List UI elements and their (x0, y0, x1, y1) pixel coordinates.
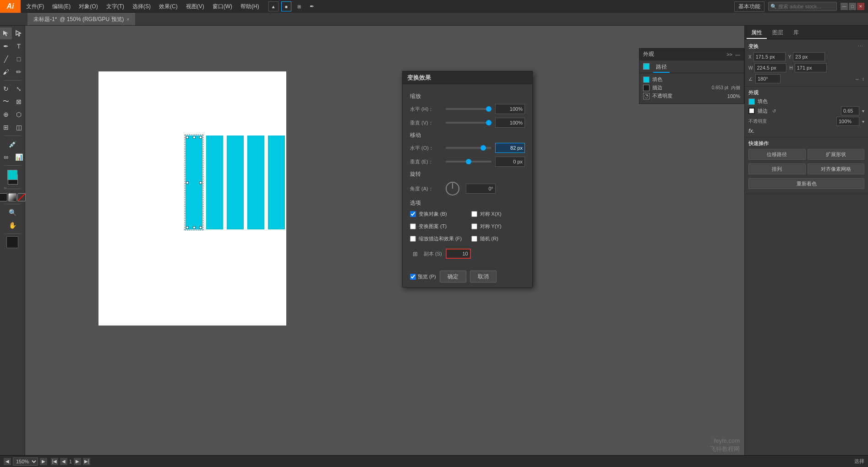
cb-random[interactable]: 随机 (R) (471, 235, 525, 242)
toolbar-icon-2[interactable]: ■ (281, 1, 291, 11)
cb-transform-pattern[interactable]: 变换图案 (T) (410, 223, 464, 230)
tab-libraries[interactable]: 库 (789, 27, 803, 39)
prop-opacity-input[interactable] (836, 117, 859, 126)
document-tab[interactable]: 未标题-1* @ 150% (RGB/GPU 预览) × (27, 13, 135, 25)
cb-sym-y[interactable]: 对称 Y(Y) (471, 223, 525, 230)
zoom-in-btn[interactable]: ▶ (40, 458, 47, 465)
move-h-thumb[interactable] (480, 145, 486, 151)
prop-fill-swatch[interactable] (748, 98, 755, 105)
w-input[interactable] (754, 63, 786, 72)
menu-select[interactable]: 选择(S) (129, 0, 154, 13)
arrange-btn[interactable]: 排列 (748, 163, 806, 174)
select-tool[interactable] (0, 27, 12, 39)
search-bar[interactable]: 🔍 (768, 2, 837, 11)
v-scale-track[interactable] (446, 122, 491, 124)
h-scale-input[interactable] (495, 104, 525, 114)
recolor-btn[interactable]: 重新着色 (748, 178, 864, 189)
rect-tool[interactable]: □ (13, 53, 25, 65)
menu-window[interactable]: 窗口(W) (209, 0, 236, 13)
bar-2[interactable] (227, 136, 244, 229)
cb-transform-obj[interactable]: 变换对象 (B) (410, 211, 464, 217)
direct-select-tool[interactable] (13, 27, 25, 39)
cb-transform-obj-input[interactable] (410, 211, 416, 217)
menu-object[interactable]: 对象(O) (75, 0, 101, 13)
move-v-thumb[interactable] (466, 159, 471, 164)
tab-attributes[interactable]: 属性 (747, 27, 767, 39)
eyedropper-tool[interactable]: 💉 (6, 138, 18, 150)
appearance-panel-close[interactable]: — (735, 52, 740, 57)
bar-3[interactable] (247, 136, 264, 229)
cb-scale-strokes[interactable]: 缩放描边和效果 (F) (410, 235, 464, 242)
rotate-tool[interactable]: ↻ (0, 83, 12, 95)
h-input[interactable] (795, 63, 827, 72)
tab-layers[interactable]: 图层 (768, 27, 788, 39)
menu-effect[interactable]: 效果(C) (155, 0, 181, 13)
gradient-mode[interactable] (8, 193, 16, 201)
move-v-track[interactable] (446, 161, 491, 163)
free-transform-tool[interactable]: ⊠ (13, 96, 25, 108)
screen-mode-btn[interactable] (6, 236, 18, 248)
x-input[interactable] (753, 52, 786, 61)
move-path-btn[interactable]: 位移路径 (748, 149, 806, 160)
cb-sym-y-input[interactable] (471, 223, 477, 229)
menu-file[interactable]: 文件(F) (22, 0, 48, 13)
close-button[interactable]: ✕ (857, 3, 864, 10)
scale-tool[interactable]: ⤡ (13, 83, 25, 95)
path-tab[interactable]: 路径 (653, 62, 670, 73)
angle-dialog-input[interactable] (466, 184, 496, 194)
flip-h-icon[interactable]: ↔ (855, 76, 859, 81)
move-h-track[interactable] (446, 147, 491, 149)
prop-stroke-swatch[interactable] (748, 108, 755, 114)
opacity-options-icon[interactable]: ▾ (862, 119, 864, 124)
shape-builder-tool[interactable]: ⊕ (0, 109, 12, 120)
tab-close-button[interactable]: × (127, 17, 130, 22)
toolbar-icon-pen[interactable]: ✒ (307, 1, 317, 11)
warp-tool[interactable]: 〜 (0, 96, 12, 108)
angle-input[interactable] (755, 74, 781, 83)
swap-color-icon[interactable]: ↔ (3, 185, 7, 190)
h-scale-thumb[interactable] (486, 106, 491, 112)
toolbar-icon-1[interactable]: ▲ (268, 1, 278, 11)
cancel-button[interactable]: 取消 (470, 271, 497, 282)
line-tool[interactable]: ╱ (0, 53, 12, 65)
v-scale-input[interactable] (495, 118, 525, 128)
ok-button[interactable]: 确定 (440, 271, 466, 282)
blend-tool[interactable]: ∞ (0, 151, 12, 163)
text-tool[interactable]: T (13, 40, 25, 52)
stroke-swatch[interactable] (643, 85, 650, 91)
cb-scale-strokes-input[interactable] (410, 236, 416, 242)
prev-artboard-btn[interactable]: |◀ (51, 458, 58, 465)
align-pixel-btn[interactable]: 对齐像素网格 (808, 163, 865, 174)
maximize-button[interactable]: □ (849, 3, 856, 10)
rotation-circle[interactable] (446, 182, 459, 195)
bar-1[interactable] (206, 136, 223, 229)
chart-tool[interactable]: 📊 (13, 151, 25, 163)
pen-tool[interactable]: ✒ (0, 40, 12, 52)
zoom-out-btn[interactable]: ◀ (4, 458, 11, 465)
bar-0[interactable] (186, 136, 202, 229)
toolbar-icon-3[interactable]: ⊞ (294, 1, 304, 11)
none-mode[interactable] (17, 193, 26, 201)
preview-checkbox-row[interactable]: 预览 (P) (410, 273, 436, 280)
zoom-select[interactable]: 150% (13, 457, 38, 466)
cb-sym-x[interactable]: 对称 X(X) (471, 211, 525, 217)
appearance-panel-expand[interactable]: >> (726, 52, 732, 57)
workspace-label[interactable]: 基本功能 (734, 1, 764, 12)
stroke-options-icon[interactable]: ▾ (862, 109, 864, 114)
menu-help[interactable]: 帮助(H) (237, 0, 263, 13)
copies-input[interactable] (446, 249, 471, 259)
pencil-tool[interactable]: ✏ (13, 66, 25, 78)
expand-shape-btn[interactable]: 扩展形状 (808, 149, 865, 160)
gradient-tool[interactable]: ◫ (13, 121, 25, 133)
minimize-button[interactable]: — (841, 3, 848, 10)
normal-mode[interactable] (0, 193, 7, 201)
mesh-tool[interactable]: ⊞ (0, 121, 12, 133)
move-h-input[interactable] (495, 143, 525, 153)
cb-transform-pattern-input[interactable] (410, 223, 416, 229)
foreground-color-box[interactable] (7, 170, 17, 180)
transform-more-icon[interactable]: ⋯ (856, 42, 864, 50)
cb-sym-x-input[interactable] (471, 211, 477, 217)
prop-stroke-input[interactable] (841, 106, 859, 115)
move-v-input[interactable] (495, 157, 525, 167)
search-input[interactable] (778, 4, 835, 9)
